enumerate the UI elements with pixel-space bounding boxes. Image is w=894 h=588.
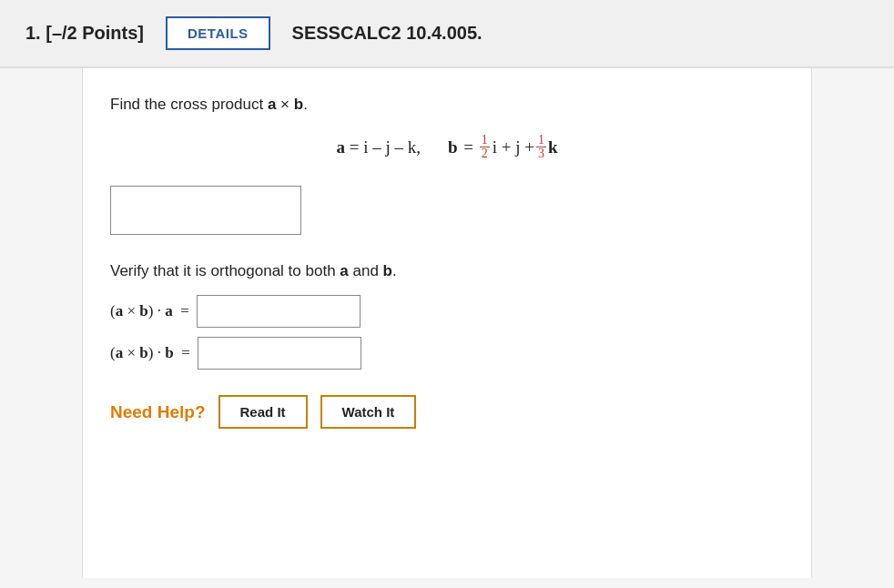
content-area: Find the cross product a × b. a = i – j … (82, 68, 812, 578)
frac-third: 1 3 (536, 134, 546, 160)
dot-product-row-1: (a × b) · a = (110, 295, 784, 328)
dot-product-row-2: (a × b) · b = (110, 337, 784, 370)
problem-code: SESSCALC2 10.4.005. (292, 23, 483, 44)
need-help-label: Need Help? (110, 402, 206, 422)
dot-product-input-2[interactable] (198, 337, 361, 370)
problem-label: 1. [–/2 Points] (25, 23, 144, 44)
frac-half: 1 2 (480, 134, 490, 160)
verify-text: Verify that it is orthogonal to both a a… (110, 262, 784, 280)
eq-a-part: a = i – j – k, (336, 137, 421, 157)
dot-product-label-2: (a × b) · b = (110, 344, 190, 362)
bold-b: b (294, 96, 303, 113)
bold-a: a (268, 96, 276, 113)
details-button[interactable]: DETAILS (166, 16, 270, 50)
question-text: Find the cross product a × b. (110, 96, 784, 114)
eq-b-part: b = 1 2 i + j + 1 3 k (448, 134, 558, 160)
read-it-button[interactable]: Read It (218, 395, 308, 429)
need-help-row: Need Help? Read It Watch It (110, 395, 784, 429)
cross-product-input[interactable] (110, 186, 301, 235)
dot-product-label-1: (a × b) · a = (110, 302, 189, 320)
header-bar: 1. [–/2 Points] DETAILS SESSCALC2 10.4.0… (0, 0, 894, 68)
dot-product-input-1[interactable] (197, 295, 361, 328)
math-equation: a = i – j – k, b = 1 2 i + j + 1 3 k (110, 134, 784, 160)
watch-it-button[interactable]: Watch It (320, 395, 417, 429)
answer-box-container (110, 186, 784, 235)
page-container: 1. [–/2 Points] DETAILS SESSCALC2 10.4.0… (0, 0, 894, 578)
